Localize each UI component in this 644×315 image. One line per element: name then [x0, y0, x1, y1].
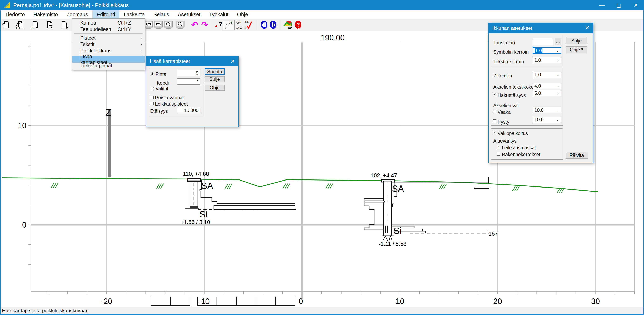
close-icon[interactable]: ✕ — [227, 56, 238, 66]
menu-item-tee-uudelleen[interactable]: Tee uudelleenCtrl+Y — [72, 26, 145, 32]
fixed-position-checkbox[interactable] — [493, 131, 496, 134]
check-points-icon[interactable]: x x.x::: — [245, 20, 254, 29]
remove-old-checkbox[interactable] — [150, 95, 154, 99]
previous-section-icon[interactable] — [259, 20, 269, 29]
menu-item-kumoa[interactable]: KumoaCtrl+Z — [72, 19, 145, 26]
dialog-title[interactable]: Ikkunan asetukset — [488, 23, 593, 33]
symbol-scale-combo[interactable]: 1.0⌄ — [532, 47, 561, 54]
borehole-footer: +1.56 / 3.10 — [180, 219, 210, 225]
background-color-swatch[interactable] — [532, 38, 553, 45]
screen-zoom-out-icon[interactable] — [175, 20, 185, 29]
z-scale-combo[interactable]: 1.0⌄ — [532, 72, 561, 78]
menu-laskenta[interactable]: Laskenta — [119, 10, 149, 18]
close-icon[interactable]: ✕ — [582, 23, 593, 32]
menu-työkalut[interactable]: Työkalut — [205, 10, 233, 18]
code-input[interactable]: * — [177, 78, 200, 85]
intersection-label[interactable]: Leikkauspisteet — [155, 101, 188, 107]
menu-hakemisto[interactable]: Hakemisto — [29, 10, 62, 18]
vertical-combo[interactable]: 10.0⌄ — [532, 117, 561, 123]
borehole-footer: -1.11 / 5.58 — [379, 241, 406, 247]
menu-bar: TiedostoHakemistoZoomausEditointiLaskent… — [0, 10, 644, 18]
redo-icon[interactable]: ↷ — [200, 20, 209, 29]
text-scale-combo[interactable]: 1.0⌄ — [532, 57, 561, 63]
search-distance-combo[interactable]: 5.0⌄ — [532, 90, 561, 96]
profile-21-icon[interactable]: 21xx — [222, 20, 234, 30]
structure-layers-label[interactable]: Rakennekerrokset — [502, 152, 540, 157]
screen-zoom-in-icon[interactable] — [164, 20, 173, 29]
vertical-checkbox[interactable] — [493, 119, 496, 123]
menu-zoomaus[interactable]: Zoomaus — [62, 10, 92, 18]
next-section-icon[interactable] — [268, 20, 278, 29]
add-point-query-icon[interactable]: ? — [214, 20, 223, 29]
menu-editointi[interactable]: Editointi — [92, 10, 119, 18]
surface-number-input[interactable]: 9 — [177, 70, 200, 76]
minimize-button[interactable]: — — [594, 0, 610, 10]
cut-masses-label[interactable]: Leikkausmassat — [502, 145, 536, 151]
menu-tiedosto[interactable]: Tiedosto — [1, 10, 29, 18]
chevron-down-icon[interactable]: ⌄ — [556, 73, 559, 77]
close-button[interactable]: ✕ — [628, 0, 644, 10]
volumes-m3-icon[interactable]: m³ — [282, 20, 293, 29]
selected-radio[interactable] — [150, 87, 154, 90]
screen-forward-icon[interactable] — [154, 20, 163, 29]
application-window: Pernaja.po1.tdw* - [Kairausohje] - Poikk… — [0, 0, 644, 315]
axis-text-size-combo[interactable]: 4.0⌄ — [532, 83, 561, 89]
help-button[interactable]: Ohje — [204, 85, 225, 91]
search-distance-checkbox[interactable] — [493, 93, 496, 96]
help-icon[interactable]: ? — [294, 20, 303, 29]
selected-radio-label[interactable]: Valitut — [156, 86, 168, 92]
maximize-button[interactable]: ▢ — [610, 0, 627, 10]
menu-item-tekstit[interactable]: Tekstit› — [72, 41, 145, 47]
open-profile-icon[interactable] — [1, 20, 11, 29]
remove-old-label[interactable]: Poista vanhat — [155, 95, 184, 100]
horizontal-label[interactable]: Vaaka — [498, 110, 511, 115]
distance-input[interactable]: 10.000 — [177, 107, 200, 113]
search-distance-label[interactable]: Hakuetäisyys — [498, 93, 526, 98]
svg-text:m³: m³ — [288, 26, 292, 29]
menu-item-pisteet[interactable]: Pisteet› — [72, 35, 145, 41]
chevron-down-icon[interactable]: ⌄ — [556, 84, 559, 88]
menu-item-poikkileikkaus[interactable]: Poikkileikkaus› — [72, 47, 145, 54]
chevron-down-icon[interactable]: ⌄ — [556, 48, 559, 53]
pile-symbol[interactable]: Z — [105, 107, 111, 177]
save-profile-icon[interactable] — [30, 20, 40, 29]
horizontal-combo[interactable]: 10.0⌄ — [532, 107, 561, 113]
update-button[interactable]: Päivitä — [566, 152, 588, 159]
close-dialog-button[interactable]: Sulje — [204, 76, 225, 82]
fixed-position-label[interactable]: Vakiopaikoitus — [498, 131, 528, 136]
background-browse-button[interactable]: ... — [555, 38, 561, 45]
chevron-down-icon[interactable]: ⌄ — [556, 108, 559, 112]
borehole-102[interactable]: 102, +4.47 SA Si 167 -1.11 / 5.58 — [364, 172, 498, 247]
chevron-down-icon[interactable]: ⌄ — [556, 58, 559, 62]
help-button[interactable]: Ohje * — [566, 46, 588, 53]
open-profile-settings-icon[interactable] — [16, 20, 25, 29]
screen-back-icon[interactable] — [144, 20, 153, 29]
menu-ohje[interactable]: Ohje — [233, 10, 252, 18]
undo-icon[interactable]: ↶ — [190, 20, 200, 29]
menu-item-lisää-karttapisteet[interactable]: Lisää karttapisteet... — [72, 56, 145, 62]
intersection-checkbox[interactable] — [150, 102, 154, 105]
save-profile-as-icon[interactable] — [44, 20, 54, 29]
surface-radio[interactable] — [150, 72, 154, 76]
surface-radio-label[interactable]: Pinta — [156, 72, 166, 77]
save-copy-icon[interactable] — [59, 20, 68, 29]
chevron-down-icon[interactable]: ⌄ — [556, 91, 559, 95]
horizontal-checkbox[interactable] — [493, 110, 496, 113]
close-dialog-button[interactable]: Sulje — [566, 37, 588, 44]
x-axis-label: 20 — [493, 297, 502, 306]
app-logo-icon — [3, 2, 10, 9]
run-button[interactable]: Suorita — [204, 68, 225, 75]
xyz-calculation-icon[interactable]: 0/+XYZ — [236, 20, 245, 29]
menu-item-tarkista-pinnat[interactable]: Tarkista pinnat — [72, 62, 145, 69]
menu-separator — [74, 33, 143, 34]
menu-selaus[interactable]: Selaus — [149, 10, 174, 18]
x-axis-label: 10 — [396, 297, 404, 306]
menu-asetukset[interactable]: Asetukset — [174, 10, 205, 18]
structure-layers-checkbox[interactable] — [497, 152, 500, 156]
chevron-down-icon[interactable]: ⌄ — [556, 118, 559, 122]
cut-masses-checkbox[interactable] — [497, 145, 500, 149]
borehole-110[interactable]: 110, +4.66 SA Si +1.56 / 3.10 — [180, 171, 296, 225]
depth-end-label: 167 — [488, 231, 498, 237]
vertical-label[interactable]: Pysty — [498, 119, 509, 125]
dialog-title[interactable]: Lisää karttapisteet — [146, 56, 238, 66]
